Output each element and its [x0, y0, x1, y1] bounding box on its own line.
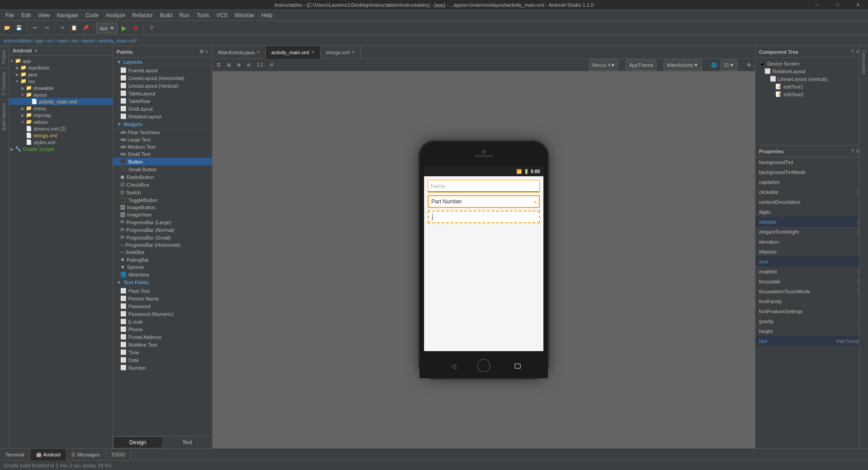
palette-item-relativelayout[interactable]: ⬜ RelativeLayout — [113, 113, 212, 120]
comp-item-device-screen[interactable]: 📱 Device Screen — [757, 60, 866, 67]
palette-item-plain-text[interactable]: ⬜ Plain Text — [113, 287, 212, 295]
tree-item-gradle[interactable]: ▶ 🔧 Gradle Scripts — [9, 146, 113, 152]
todo-tab[interactable]: TODO — [106, 449, 132, 461]
palette-item-medium-text[interactable]: Ab Medium Text — [113, 143, 212, 150]
copy-button[interactable]: 📋 — [69, 22, 80, 34]
design-tab[interactable]: Design — [113, 437, 163, 448]
breadcrumb-layout[interactable]: layout — [82, 38, 95, 43]
tree-item-menu[interactable]: ▶ 📁 menu — [9, 105, 113, 112]
run-button[interactable]: ▶ — [118, 22, 129, 34]
favorites-tab[interactable]: 2: Favorites — [0, 68, 9, 99]
debug-button[interactable]: 🐞 — [130, 22, 141, 34]
cut-button[interactable]: ✂ — [57, 22, 68, 34]
help-button[interactable]: ? — [146, 22, 157, 34]
terminal-tab[interactable]: Terminal — [0, 449, 30, 461]
zoom-actual-btn[interactable]: 1:1 — [255, 60, 265, 70]
palette-item-multiline-text[interactable]: ⬜ Multiline Text — [113, 341, 212, 348]
app-dropdown[interactable]: app▼ — [96, 23, 118, 33]
api-dropdown[interactable]: 21▼ — [721, 60, 737, 70]
open-button[interactable]: 📂 — [2, 22, 13, 34]
comp-item-linearlayout[interactable]: ⬜ LinearLayout (vertical) — [757, 75, 866, 83]
menu-refactor[interactable]: Refactor — [129, 10, 156, 21]
tab-mainactivity[interactable]: MainActivity.java ✕ — [212, 46, 266, 59]
layouts-group-header[interactable]: ▼ Layouts — [113, 58, 212, 66]
tree-item-activity-main[interactable]: 📄 activity_main.xml — [9, 98, 113, 105]
palette-item-ratingbar[interactable]: ★ RatingBar — [113, 256, 212, 263]
zoom-out-btn[interactable]: ⊖ — [245, 60, 253, 70]
palette-item-number[interactable]: ⬜ Number — [113, 364, 212, 371]
breadcrumb-instructables[interactable]: Instructables — [4, 38, 32, 43]
palette-item-postal-address[interactable]: ⬜ Postal Address — [113, 333, 212, 341]
palette-settings-icon[interactable]: ⚙ — [199, 49, 204, 55]
toggle-tree-btn[interactable]: ☰ — [214, 60, 223, 70]
comp-item-edittext2[interactable]: 📝 editText2 — [757, 90, 866, 98]
refresh-btn[interactable]: ↺ — [267, 60, 275, 70]
comp-tree-question[interactable]: ? — [851, 49, 854, 55]
minimize-button[interactable]: ─ — [807, 0, 827, 10]
breadcrumb-main[interactable]: main — [57, 38, 68, 43]
breadcrumb-file[interactable]: activity_main.xml — [99, 38, 137, 43]
menu-navigate[interactable]: Navigate — [53, 10, 82, 21]
menu-analyze[interactable]: Analyze — [102, 10, 129, 21]
close-button[interactable]: ✕ — [848, 0, 868, 10]
menu-run[interactable]: Run — [176, 10, 193, 21]
tree-item-dimens[interactable]: 📄 dimens.xml (2) — [9, 125, 113, 132]
menu-edit[interactable]: Edit — [18, 10, 34, 21]
palette-item-password-numeric[interactable]: ⬜ Password (Numeric) — [113, 310, 212, 318]
palette-item-button[interactable]: ⬛ Button — [113, 158, 212, 165]
palette-item-large-text[interactable]: Ab Large Text — [113, 136, 212, 143]
menu-window[interactable]: Window — [231, 10, 258, 21]
palette-item-small-text[interactable]: Ab Small Text — [113, 150, 212, 158]
comp-item-relativelayout[interactable]: ⬜ RelativeLayout — [757, 67, 866, 75]
apptheme-dropdown[interactable]: AppTheme — [626, 60, 656, 70]
comp-item-edittext1[interactable]: 📝 editText1 — [757, 83, 866, 90]
android-tab[interactable]: 🤖Android — [30, 449, 66, 461]
android-dropdown[interactable]: ▼ — [33, 48, 38, 53]
textfields-group-header[interactable]: ▼ Text Fields — [113, 278, 212, 287]
palette-item-email[interactable]: ⬜ E-mail — [113, 318, 212, 325]
zoom-fit-btn[interactable]: ⊞ — [225, 60, 233, 70]
tree-item-app[interactable]: ▼ 📁 app — [9, 57, 113, 64]
palette-item-password[interactable]: ⬜ Password — [113, 302, 212, 310]
tab-strings[interactable]: strings.xml ✕ — [321, 46, 361, 59]
breadcrumb-res[interactable]: res — [71, 38, 78, 43]
tree-item-manifests[interactable]: ▶ 📁 manifests — [9, 64, 113, 71]
tab-close-mainactivity[interactable]: ✕ — [256, 50, 260, 55]
palette-item-progressbar-small[interactable]: ⟳ ProgressBar (Small) — [113, 234, 212, 241]
redo-button[interactable]: ↪ — [41, 22, 52, 34]
text-tab[interactable]: Text — [163, 437, 212, 448]
home-button[interactable] — [477, 359, 491, 372]
menu-vcs[interactable]: VCS — [213, 10, 231, 21]
tree-item-mipmap[interactable]: ▶ 📁 mipmap — [9, 112, 113, 118]
breadcrumb-app[interactable]: app — [35, 38, 43, 43]
menu-code[interactable]: Code — [82, 10, 102, 21]
tree-item-styles[interactable]: 📄 styles.xml — [9, 139, 113, 146]
tree-item-strings[interactable]: 📄 strings.xml — [9, 132, 113, 139]
maximize-button[interactable]: □ — [827, 0, 848, 10]
project-tab[interactable]: Project — [0, 46, 9, 68]
recent-button[interactable] — [514, 363, 521, 369]
tree-item-java[interactable]: ▶ 📁 java — [9, 71, 113, 78]
palette-item-imageview[interactable]: 🖼 ImageView — [113, 211, 212, 218]
menu-build[interactable]: Build — [156, 10, 176, 21]
menu-view[interactable]: View — [34, 10, 53, 21]
tab-activity-main[interactable]: activity_main.xml ✕ — [266, 46, 321, 59]
menu-file[interactable]: File — [2, 10, 18, 21]
palette-item-linearlayout-v[interactable]: ⬜ LinearLayout (Vertical) — [113, 82, 212, 89]
widgets-group-header[interactable]: ▼ Widgets — [113, 120, 212, 129]
tab-close-strings[interactable]: ✕ — [351, 50, 355, 55]
palette-item-togglebutton[interactable]: ⬛ ToggleButton — [113, 196, 212, 204]
palette-item-date[interactable]: ⬜ Date — [113, 356, 212, 364]
palette-item-tablelayout[interactable]: ⬜ TableLayout — [113, 89, 212, 97]
palette-item-radiobutton[interactable]: ◉ RadioButton — [113, 173, 212, 181]
save-button[interactable]: 💾 — [14, 22, 24, 34]
messages-tab[interactable]: 0:Messages — [66, 449, 106, 461]
palette-item-time[interactable]: ⬜ Time — [113, 348, 212, 356]
palette-item-person-name[interactable]: ⬜ Person Name — [113, 295, 212, 302]
zoom-in-btn[interactable]: ⊕ — [235, 60, 243, 70]
mainactivity-dropdown[interactable]: MainActivity▼ — [664, 60, 702, 70]
dashed-field[interactable]: ↙ — [428, 211, 540, 223]
back-button[interactable]: ◁ — [447, 362, 460, 371]
palette-item-framelayout[interactable]: ⬜ FrameLayout — [113, 66, 212, 74]
name-field[interactable]: Name — [428, 180, 540, 193]
